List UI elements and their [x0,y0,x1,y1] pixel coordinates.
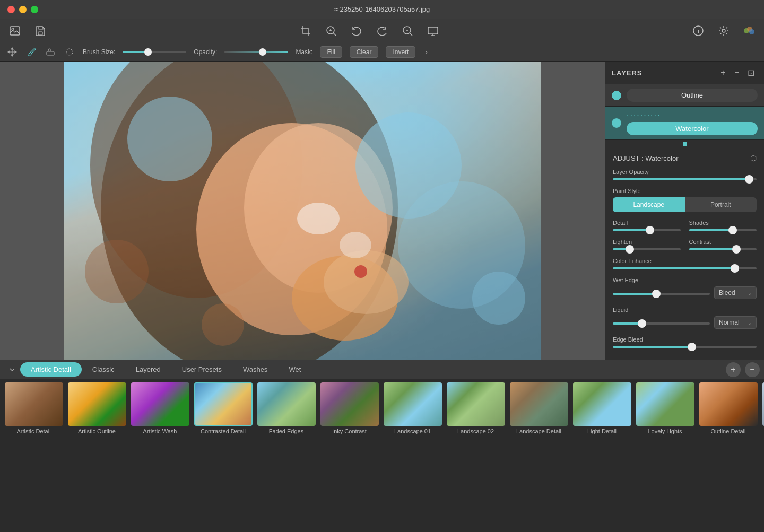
redo-icon[interactable] [374,22,390,39]
right-panel: LAYERS + − ⊡ Outline ·········· Watercol… [605,62,764,360]
remove-preset-button[interactable]: − [745,362,760,377]
svg-point-23 [202,303,244,346]
lighten-slider[interactable] [613,248,681,250]
preset-thumbnail [447,382,505,426]
shades-label: Shades [689,220,757,226]
brush-tool-icon[interactable] [25,46,37,58]
display-icon[interactable] [424,22,441,39]
adjust-options-icon[interactable]: ⬡ [750,154,757,162]
clear-button[interactable]: Clear [350,46,379,58]
move-tool-icon[interactable] [6,46,18,58]
settings-icon[interactable] [715,22,732,39]
undo-icon[interactable] [348,22,365,39]
preset-tab-classic[interactable]: Classic [82,362,125,377]
copy-layer-button[interactable]: ⊡ [744,66,758,80]
crop-icon[interactable] [297,22,314,39]
eraser-tool-icon[interactable] [45,46,56,58]
preset-label: Overcas [762,428,765,434]
preset-item[interactable]: Outline Detail [698,382,759,445]
preset-item[interactable]: Contrasted Detail [193,382,254,445]
landscape-button[interactable]: Landscape [613,197,685,212]
preset-label: Outline Detail [699,428,758,434]
zoom-out-icon[interactable] [399,22,416,39]
preset-item[interactable]: Overcas [761,382,764,445]
preset-item[interactable]: Landscape Detail [508,382,569,445]
add-preset-button[interactable]: + [726,362,741,377]
shades-slider[interactable] [689,229,757,231]
detail-slider[interactable] [613,229,681,231]
add-layer-button[interactable]: + [716,66,730,80]
edge-bleed-slider[interactable] [613,346,757,348]
preset-tabs-bar: Artistic DetailClassicLayeredUser Preset… [0,360,764,379]
preset-item[interactable]: Landscape 02 [445,382,506,445]
preset-item[interactable]: Lovely Lights [635,382,696,445]
zoom-in-icon[interactable] [323,22,340,39]
preset-item[interactable]: Faded Edges [256,382,317,445]
adjust-title: ADJUST : Watercolor [613,154,679,162]
layer-outline[interactable]: Outline [605,84,764,107]
preset-thumbnail [384,382,442,426]
remove-layer-button[interactable]: − [730,66,744,80]
canvas-area[interactable] [0,62,605,360]
lasso-tool-icon[interactable] [64,46,75,58]
window-controls[interactable] [7,6,38,13]
preset-label: Artistic Detail [5,428,63,434]
preset-tab-artistic-detail[interactable]: Artistic Detail [20,362,82,377]
invert-button[interactable]: Invert [386,46,415,58]
layer-outline-name[interactable]: Outline [627,89,758,102]
color-enhance-slider[interactable] [613,267,757,269]
preset-label: Contrasted Detail [194,428,253,434]
portrait-button[interactable]: Portrait [685,197,757,212]
contrast-slider[interactable] [689,248,757,250]
opacity-slider[interactable] [224,51,288,53]
color-enhance-control: Color Enhance [613,258,757,269]
svg-point-17 [127,97,212,181]
layer-watercolor-name[interactable]: Watercolor [627,122,758,135]
preset-item[interactable]: Landscape 01 [382,382,443,445]
preset-item[interactable]: Artistic Wash [129,382,190,445]
image-icon[interactable] [6,22,23,39]
brush-size-slider[interactable] [123,51,186,53]
fill-button[interactable]: Fill [320,46,342,58]
contrast-control: Contrast [689,239,757,250]
layers-header: LAYERS + − ⊡ [605,62,764,84]
preset-item[interactable]: Light Detail [571,382,632,445]
preset-item[interactable]: Inky Contrast [319,382,380,445]
more-options-icon[interactable]: › [425,48,428,56]
preset-item[interactable]: Artistic Detail [3,382,64,445]
liquid-row: Normal ⌄ [613,316,757,329]
layer-watercolor[interactable]: ·········· Watercolor [605,107,764,140]
layer-watercolor-dot[interactable] [612,118,621,128]
close-button[interactable] [7,6,15,13]
wet-edge-mode-select[interactable]: Bleed ⌄ [714,286,757,299]
preset-strip[interactable]: Artistic DetailArtistic OutlineArtistic … [0,379,764,445]
save-icon[interactable] [32,22,49,39]
preset-tab-wet[interactable]: Wet [278,362,311,377]
effects-icon[interactable] [741,22,758,39]
info-icon[interactable] [690,22,707,39]
preset-label: Light Detail [573,428,631,434]
wet-edge-slider[interactable] [613,293,710,295]
preset-tab-washes[interactable]: Washes [232,362,278,377]
layer-opacity-slider[interactable] [613,178,757,180]
minimize-button[interactable] [19,6,27,13]
preset-label: Faded Edges [257,428,316,434]
liquid-slider[interactable] [613,322,710,325]
lighten-label: Lighten [613,239,681,245]
adjust-panel: ADJUST : Watercolor ⬡ Layer Opacity Pain… [605,149,764,360]
preset-tab-user-presets[interactable]: User Presets [171,362,232,377]
preset-item[interactable]: Artistic Outline [66,382,127,445]
collapse-preset-button[interactable] [4,366,20,373]
layer-outline-dot[interactable] [612,91,621,100]
preset-label: Artistic Wash [131,428,189,434]
preset-tab-layered[interactable]: Layered [125,362,171,377]
adjust-header: ADJUST : Watercolor ⬡ [613,154,757,162]
brush-size-label: Brush Size: [83,48,115,56]
titlebar: ≈ 235250-16406203705a57.jpg [0,0,764,19]
preset-label: Landscape Detail [510,428,568,434]
mask-label: Mask: [296,48,312,56]
paint-style-selector: Landscape Portrait [613,197,757,212]
maximize-button[interactable] [31,6,38,13]
lighten-control: Lighten [613,239,681,250]
liquid-mode-select[interactable]: Normal ⌄ [714,316,757,329]
